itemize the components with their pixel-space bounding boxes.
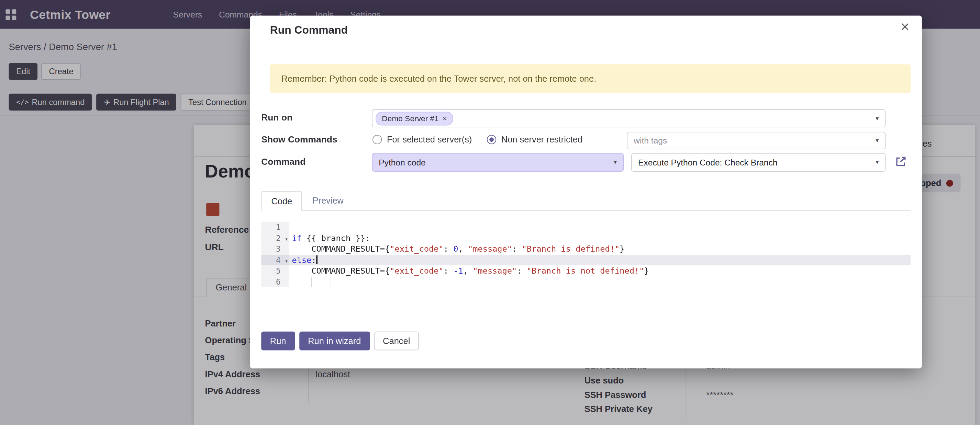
radio-non-server-restricted[interactable]: Non server restricted — [487, 134, 582, 144]
code-line[interactable]: 1 — [261, 222, 911, 233]
run-in-wizard-button[interactable]: Run in wizard — [299, 331, 370, 350]
line-number: 2▾ — [261, 233, 289, 244]
run-command-modal: Run Command × Remember: Python code is e… — [250, 16, 922, 368]
line-number: 6 — [261, 276, 289, 287]
line-number: 4▾ — [261, 254, 289, 265]
cancel-button[interactable]: Cancel — [374, 331, 419, 350]
remove-tag-icon[interactable]: × — [442, 115, 447, 122]
modal-title: Run Command — [270, 24, 348, 37]
command-select[interactable]: Execute Python Code: Check Branch ▾ — [631, 153, 886, 172]
run-on-select[interactable]: Demo Server #1 × ▾ — [372, 109, 886, 127]
run-on-label: Run on — [261, 112, 293, 122]
radio-label: For selected server(s) — [387, 134, 472, 144]
code-line[interactable]: 4▾else: — [261, 254, 911, 265]
with-tags-placeholder: with tags — [634, 136, 667, 145]
code-line[interactable]: 5 COMMAND_RESULT={"exit_code": -1, "mess… — [261, 265, 911, 276]
code-line[interactable]: 2▾if {{ branch }}: — [261, 233, 911, 244]
code-line-content: if {{ branch }}: — [289, 233, 911, 244]
with-tags-select[interactable]: with tags ▾ — [627, 132, 886, 149]
line-number: 5 — [261, 265, 289, 276]
radio-unchecked-icon — [372, 135, 382, 144]
server-tag-label: Demo Server #1 — [382, 114, 439, 122]
fold-arrow-icon[interactable]: ▾ — [285, 234, 288, 245]
line-number: 1 — [261, 222, 289, 233]
show-commands-label: Show Commands — [261, 134, 337, 144]
indent-guide — [311, 276, 312, 287]
code-line-content — [289, 276, 911, 287]
warning-alert: Remember: Python code is executed on the… — [270, 64, 911, 93]
code-line-content: else: — [289, 254, 911, 265]
modal-footer: Run Run in wizard Cancel — [261, 331, 419, 350]
code-line-content: COMMAND_RESULT={"exit_code": 0, "message… — [289, 243, 911, 254]
text-cursor — [317, 255, 318, 264]
chevron-down-icon: ▾ — [614, 159, 617, 165]
close-icon[interactable]: × — [900, 19, 909, 34]
code-line[interactable]: 6 — [261, 276, 911, 287]
run-button[interactable]: Run — [261, 331, 295, 350]
code-line[interactable]: 3 COMMAND_RESULT={"exit_code": 0, "messa… — [261, 243, 911, 254]
tab-code[interactable]: Code — [261, 191, 302, 211]
fold-arrow-icon[interactable]: ▾ — [285, 256, 288, 267]
command-type-value: Python code — [379, 158, 426, 167]
code-line-content: COMMAND_RESULT={"exit_code": -1, "messag… — [289, 265, 911, 276]
radio-for-selected-servers[interactable]: For selected server(s) — [372, 134, 472, 144]
command-select-value: Execute Python Code: Check Branch — [638, 158, 777, 167]
tab-preview[interactable]: Preview — [312, 195, 344, 205]
app-viewport: Cetmix Tower ServersCommandsFilesToolsSe… — [0, 0, 980, 425]
radio-label: Non server restricted — [501, 134, 582, 144]
chevron-down-icon: ▾ — [875, 159, 879, 165]
tabs-divider — [261, 211, 911, 211]
chevron-down-icon: ▾ — [875, 136, 879, 143]
line-number: 3 — [261, 243, 289, 254]
code-line-content — [289, 222, 911, 233]
indent-guide — [331, 276, 331, 287]
radio-checked-icon — [487, 135, 496, 144]
chevron-down-icon: ▾ — [875, 115, 879, 122]
external-link-icon[interactable] — [895, 155, 907, 168]
server-tag[interactable]: Demo Server #1 × — [375, 111, 453, 125]
command-label: Command — [261, 157, 305, 167]
code-editor[interactable]: 12▾if {{ branch }}:3 COMMAND_RESULT={"ex… — [261, 222, 911, 287]
command-type-select[interactable]: Python code ▾ — [372, 153, 624, 172]
